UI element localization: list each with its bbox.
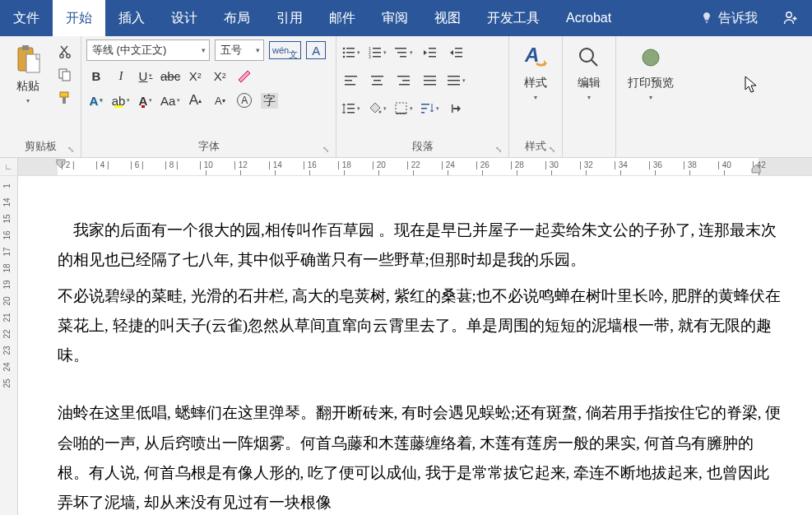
svg-rect-36 xyxy=(372,84,383,86)
svg-rect-46 xyxy=(347,104,355,105)
ruler-ticks: | 2 || 4 || 6 || 8 || 10 || 12 || 14 || … xyxy=(59,160,768,175)
grow-font-button[interactable]: A▴ xyxy=(185,90,205,110)
svg-rect-40 xyxy=(424,76,436,77)
tab-insert[interactable]: 插入 xyxy=(105,0,158,36)
svg-rect-52 xyxy=(421,104,429,105)
font-launcher[interactable]: ⤡ xyxy=(322,145,329,154)
menu-bar: 文件 开始 插入 设计 布局 引用 邮件 审阅 视图 开发工具 Acrobat … xyxy=(0,0,812,36)
bold-button[interactable]: B xyxy=(86,66,106,86)
tab-review[interactable]: 审阅 xyxy=(369,0,421,36)
ruler-corner: ∟ xyxy=(0,158,18,175)
tab-layout[interactable]: 布局 xyxy=(211,0,263,36)
font-color-button[interactable]: A xyxy=(136,90,155,110)
tab-view[interactable]: 视图 xyxy=(421,0,474,36)
horizontal-ruler[interactable]: | 2 || 4 || 6 || 8 || 10 || 12 || 14 || … xyxy=(18,158,812,175)
svg-rect-22 xyxy=(395,48,406,49)
svg-rect-15 xyxy=(346,56,355,58)
print-preview-label: 打印预览 xyxy=(628,76,674,90)
tab-acrobat[interactable]: Acrobat xyxy=(553,0,624,36)
phonetic-guide-button[interactable]: wén文 xyxy=(269,41,301,59)
borders-button[interactable] xyxy=(394,99,414,118)
paragraph-launcher[interactable]: ⤡ xyxy=(495,145,502,154)
svg-point-0 xyxy=(786,12,791,17)
svg-rect-38 xyxy=(402,80,410,81)
tab-references[interactable]: 引用 xyxy=(263,0,316,36)
superscript-button[interactable]: X2 xyxy=(210,66,230,86)
svg-rect-50 xyxy=(396,103,406,114)
align-justify-button[interactable] xyxy=(420,71,440,90)
show-marks-button[interactable] xyxy=(447,99,466,118)
paste-button[interactable]: 粘贴 ▾ xyxy=(8,41,48,108)
find-icon xyxy=(574,43,604,72)
text-effects-button[interactable]: A xyxy=(86,90,106,110)
vertical-ruler[interactable]: 1141516171819202122232425 xyxy=(0,176,18,515)
document-body[interactable]: 我家的后面有一个很大的园,相传叫作百草园 。现在是早已并屋子一起卖给朱文公的子孙… xyxy=(58,216,782,515)
shrink-font-button[interactable]: A▾ xyxy=(210,90,230,110)
svg-rect-26 xyxy=(429,52,436,53)
styles-group-label: 样式 xyxy=(525,140,546,152)
tab-file[interactable]: 文件 xyxy=(0,0,53,36)
svg-rect-35 xyxy=(374,80,381,81)
subscript-button[interactable]: X2 xyxy=(185,66,205,86)
italic-button[interactable]: I xyxy=(111,66,131,86)
sort-button[interactable] xyxy=(420,99,440,118)
svg-rect-47 xyxy=(347,108,355,109)
tab-mail[interactable]: 邮件 xyxy=(316,0,369,36)
align-center-button[interactable] xyxy=(368,71,387,90)
doc-paragraph[interactable]: 油蛉在这里低唱, 蟋蟀们在这里弹琴。翻开断砖来, 有时会遇见蜈蚣;还有斑蝥, 倘… xyxy=(58,398,782,515)
enclosed-char-button[interactable]: A xyxy=(234,90,254,110)
strikethrough-button[interactable]: abc xyxy=(160,66,180,86)
highlight-button[interactable]: ab xyxy=(111,90,131,110)
font-family-value: 等线 (中文正文) xyxy=(92,43,166,58)
svg-rect-28 xyxy=(455,48,462,49)
decrease-indent-button[interactable] xyxy=(420,43,440,63)
doc-paragraph[interactable]: 我家的后面有一个很大的园,相传叫作百草园 。现在是早已并屋子一起卖给朱文公的子孙… xyxy=(58,216,782,275)
svg-rect-31 xyxy=(345,76,357,77)
svg-rect-42 xyxy=(424,84,436,86)
font-family-dropdown[interactable]: 等线 (中文正文)▾ xyxy=(86,39,210,61)
character-border-button[interactable]: A xyxy=(306,41,326,59)
svg-rect-32 xyxy=(345,80,352,81)
tab-devtools[interactable]: 开发工具 xyxy=(474,0,553,36)
editing-button[interactable]: 编辑 ▾ xyxy=(568,39,610,139)
ribbon: 粘贴 ▾ 剪贴板⤡ 等线 (中文正文)▾ 五号▾ wén文 A xyxy=(0,36,812,158)
paste-label: 粘贴 xyxy=(16,79,39,94)
numbering-button[interactable]: 123 xyxy=(368,43,387,63)
svg-rect-7 xyxy=(63,72,70,81)
copy-button[interactable] xyxy=(58,67,72,82)
svg-rect-39 xyxy=(399,84,410,86)
align-left-button[interactable] xyxy=(341,71,361,90)
align-right-button[interactable] xyxy=(394,71,414,90)
clear-formatting-button[interactable] xyxy=(234,66,254,86)
svg-point-12 xyxy=(343,52,346,54)
format-painter-button[interactable] xyxy=(58,90,72,105)
line-spacing-button[interactable] xyxy=(341,99,361,118)
tab-home[interactable]: 开始 xyxy=(53,0,105,36)
svg-rect-21 xyxy=(373,56,381,58)
char-spacing-button[interactable]: Aa xyxy=(160,90,180,110)
increase-indent-button[interactable] xyxy=(447,43,466,63)
tab-design[interactable]: 设计 xyxy=(158,0,211,36)
indent-marker-right[interactable] xyxy=(751,159,761,174)
distribute-button[interactable] xyxy=(447,71,466,90)
shading-button[interactable] xyxy=(368,99,387,118)
char-shading-button[interactable]: 字 xyxy=(259,90,279,110)
styles-launcher[interactable]: ⤡ xyxy=(549,145,555,154)
underline-button[interactable]: U xyxy=(136,66,155,86)
svg-rect-19 xyxy=(373,52,381,53)
doc-paragraph[interactable]: 不必说碧绿的菜畦, 光滑的石井栏, 高大的皂荚树, 紫红的桑葚;也不必说鸣蝉在树… xyxy=(58,281,782,370)
svg-point-57 xyxy=(580,49,593,62)
svg-point-14 xyxy=(343,56,346,58)
user-account-button[interactable] xyxy=(769,0,812,36)
svg-point-58 xyxy=(643,49,659,66)
bullets-button[interactable] xyxy=(341,43,361,63)
cut-button[interactable] xyxy=(58,44,72,59)
clipboard-launcher[interactable]: ⤡ xyxy=(67,145,74,154)
multilevel-list-button[interactable] xyxy=(394,43,414,63)
document-page[interactable]: 我家的后面有一个很大的园,相传叫作百草园 。现在是早已并屋子一起卖给朱文公的子孙… xyxy=(18,176,812,515)
styles-button[interactable]: A 样式 ▾ xyxy=(514,39,557,137)
tell-me-search[interactable]: 告诉我 xyxy=(689,0,769,36)
font-size-dropdown[interactable]: 五号▾ xyxy=(215,39,264,61)
print-preview-button[interactable]: 打印预览 ▾ xyxy=(621,39,680,139)
svg-rect-29 xyxy=(455,52,462,53)
